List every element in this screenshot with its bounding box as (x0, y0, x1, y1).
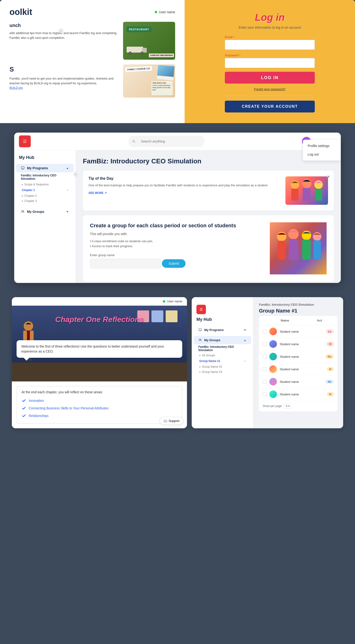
profile-settings-item[interactable]: Profile settings (303, 142, 341, 150)
tip-close-button[interactable]: ✕ (327, 174, 330, 179)
check-label-2: Connecting Business Skills to Your Perso… (29, 406, 108, 410)
login-title: Log in (255, 12, 285, 23)
chapter1-item[interactable]: Chapter 1 › (19, 187, 71, 193)
student-avatar-1 (269, 328, 277, 335)
toolkit-launch-desc: with additional tips from how to registe… (9, 31, 118, 40)
student-avatar-2 (269, 340, 277, 348)
login-button[interactable]: LOG IN (225, 72, 315, 84)
student-name-5: Student name (280, 380, 323, 384)
groups-sidebar-programs: My Programs ▼ (192, 326, 253, 334)
table-header: Name Act (259, 316, 338, 325)
speech-bubble: Welcome to the first of three reflection… (16, 340, 182, 358)
groups-programs-icon (198, 328, 202, 332)
all-groups-item[interactable]: All Groups (196, 353, 248, 358)
group-name-label: Enter group name (90, 253, 264, 257)
svg-rect-18 (315, 189, 322, 200)
group2-dot (199, 366, 200, 368)
see-more-link[interactable]: SEE MORE ↗ (88, 191, 107, 194)
sidebar-groups-header[interactable]: My Groups ▼ (16, 208, 74, 216)
logout-item[interactable]: Log out (303, 150, 341, 159)
program-name-item[interactable]: FamBiz: Introductory CEO Simulation (19, 172, 71, 182)
student-avatar-4 (269, 365, 277, 373)
login-subtitle: Enter your information to log in an acco… (239, 26, 301, 29)
submit-button[interactable]: Submit (162, 259, 186, 268)
groups-sidebar-groups: My Groups ▲ FamBiz: Introductory CEO Sim… (192, 336, 253, 376)
groups-program-name[interactable]: FamBiz: Introductory CEO Simulation (196, 344, 248, 353)
svg-point-3 (129, 52, 131, 54)
groups-programs-header[interactable]: My Programs ▼ (194, 326, 251, 334)
groups-groups-header[interactable]: My Groups ▲ (194, 336, 251, 344)
row-checkbox-6[interactable] (263, 392, 267, 396)
email-input[interactable] (225, 40, 315, 50)
student-name-6: Student name (280, 392, 324, 396)
table-row: Student name Ho (259, 376, 338, 388)
tip-image (285, 176, 328, 205)
scope-sequence-item[interactable]: Scope & Sequence (19, 182, 71, 187)
all-groups-label: All Groups (202, 354, 215, 357)
table-row: Student name M (259, 388, 338, 400)
create-group-image (270, 222, 327, 274)
chapter-username: User name (167, 300, 182, 303)
header-avatar-spacer (270, 319, 278, 322)
groups-chevron: ▼ (66, 210, 69, 213)
header-name: Name (281, 319, 314, 322)
chapter2-item[interactable]: Chapter 2 (19, 193, 71, 198)
groups-main: FamBiz: Introductory CEO Simulation Grou… (253, 297, 343, 428)
groups-table: Name Act Student name Lo Student name O (259, 316, 338, 412)
row-checkbox-4[interactable] (263, 367, 267, 371)
bullet-dot (22, 184, 23, 185)
group-name-3-label: Group Name #3 (202, 370, 222, 374)
group-name-2-label: Group Name #2 (202, 365, 222, 368)
row-checkbox-1[interactable] (263, 330, 267, 333)
check-item-2: Connecting Business Skills to Your Perso… (21, 404, 177, 412)
password-label: Password * (225, 54, 315, 57)
support-button[interactable]: Support (160, 417, 183, 425)
row-checkbox-5[interactable] (263, 380, 267, 384)
reflection-title: At the end each chapter, you will reflec… (21, 390, 177, 394)
check-item-1: Innovation (21, 397, 177, 404)
per-page-selector[interactable]: 6 ▾ (284, 404, 292, 409)
student-status-1: Lo (326, 329, 334, 334)
toolkit-text-block1: unch with additional tips from how to re… (9, 22, 118, 60)
chapter-title-overlay: Chapter One Reflections (12, 315, 187, 324)
svg-point-28 (24, 321, 33, 331)
svg-point-17 (314, 180, 323, 189)
chapter3-item[interactable]: Chapter 3 (19, 198, 71, 204)
table-row: Student name Lo (259, 325, 338, 338)
toolkit-username: User name (159, 10, 175, 14)
tip-content: Tip of the Day One of the best trainings… (88, 176, 281, 205)
groups-programs-label: My Programs (204, 328, 224, 332)
chapter-scene: Chapter One Reflections (12, 306, 187, 382)
row-checkbox-3[interactable] (263, 355, 267, 358)
sidebar-collapse-button[interactable]: ‹ (73, 172, 78, 177)
sidebar-programs-header[interactable]: My Programs ▲ (16, 164, 74, 172)
table-row: Student name M (259, 363, 338, 376)
scope-label: Scope & Sequence (24, 183, 49, 186)
svg-rect-27 (313, 240, 321, 259)
svg-point-12 (23, 210, 24, 212)
restaurant-sign: RESTAURANT (127, 26, 151, 32)
build-link[interactable]: BUILD.org (9, 86, 23, 90)
group-name-2-item[interactable]: Group Name #2 (196, 364, 248, 369)
tip-title: Tip of the Day (88, 176, 281, 181)
login-form: Email * Password * LOG IN Forgot your pa… (225, 35, 315, 112)
group3-dot (199, 372, 200, 373)
group-name-1-label: Group Name #1 (199, 360, 220, 363)
student-name-2: Student name (280, 342, 324, 346)
hub-window: FAM BIZ IZ Iryna Zinyeh ▾ Profile settin… (14, 132, 341, 283)
groups-groups-chevron: ▲ (244, 338, 246, 342)
search-input[interactable] (137, 138, 200, 145)
svg-point-39 (200, 339, 201, 340)
create-account-button[interactable]: CREATE YOUR ACCOUNT (225, 100, 315, 112)
group1-arrow: › (245, 360, 245, 362)
password-input[interactable] (225, 58, 315, 68)
group-name-1-item[interactable]: Group Name #1 › (196, 358, 248, 364)
groups-label: My Groups (27, 210, 44, 214)
forgot-password-link[interactable]: Forgot your password? (225, 87, 315, 91)
group-name-3-item[interactable]: Group Name #3 (196, 369, 248, 374)
group-name-input[interactable] (90, 259, 161, 268)
tip-card: Tip of the Day One of the best trainings… (83, 171, 334, 210)
newspaper-title: THE DAYLY BU (152, 82, 172, 84)
all-groups-dot (199, 355, 200, 356)
row-checkbox-2[interactable] (263, 342, 267, 346)
